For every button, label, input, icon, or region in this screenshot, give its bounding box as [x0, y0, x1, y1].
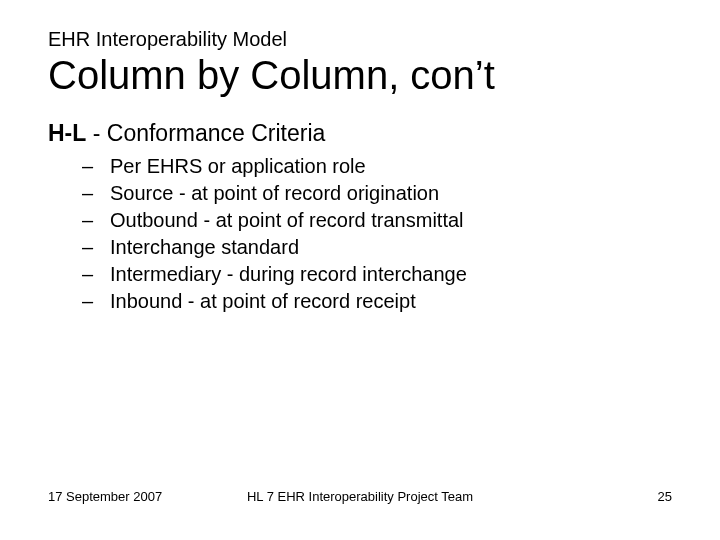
- list-item: – Interchange standard: [82, 234, 672, 261]
- list-item: – Intermediary - during record interchan…: [82, 261, 672, 288]
- bullet-dash-icon: –: [82, 288, 110, 315]
- bullet-text: Outbound - at point of record transmitta…: [110, 207, 464, 234]
- bullet-dash-icon: –: [82, 153, 110, 180]
- section-heading: H-L - Conformance Criteria: [48, 120, 672, 147]
- bullet-list: – Per EHRS or application role – Source …: [48, 153, 672, 315]
- bullet-text: Intermediary - during record interchange: [110, 261, 467, 288]
- bullet-text: Source - at point of record origination: [110, 180, 439, 207]
- list-item: – Source - at point of record originatio…: [82, 180, 672, 207]
- footer-date: 17 September 2007: [48, 489, 162, 504]
- list-item: – Per EHRS or application role: [82, 153, 672, 180]
- list-item: – Inbound - at point of record receipt: [82, 288, 672, 315]
- slide-supertitle: EHR Interoperability Model: [48, 28, 672, 51]
- bullet-dash-icon: –: [82, 207, 110, 234]
- bullet-text: Inbound - at point of record receipt: [110, 288, 416, 315]
- bullet-dash-icon: –: [82, 234, 110, 261]
- list-item: – Outbound - at point of record transmit…: [82, 207, 672, 234]
- footer-page-number: 25: [658, 489, 672, 504]
- bullet-dash-icon: –: [82, 180, 110, 207]
- section-label-bold: H-L: [48, 120, 86, 146]
- bullet-text: Per EHRS or application role: [110, 153, 366, 180]
- slide-footer: 17 September 2007 HL 7 EHR Interoperabil…: [48, 489, 672, 504]
- slide-title: Column by Column, con’t: [48, 53, 672, 98]
- bullet-text: Interchange standard: [110, 234, 299, 261]
- bullet-dash-icon: –: [82, 261, 110, 288]
- section-label-rest: - Conformance Criteria: [86, 120, 325, 146]
